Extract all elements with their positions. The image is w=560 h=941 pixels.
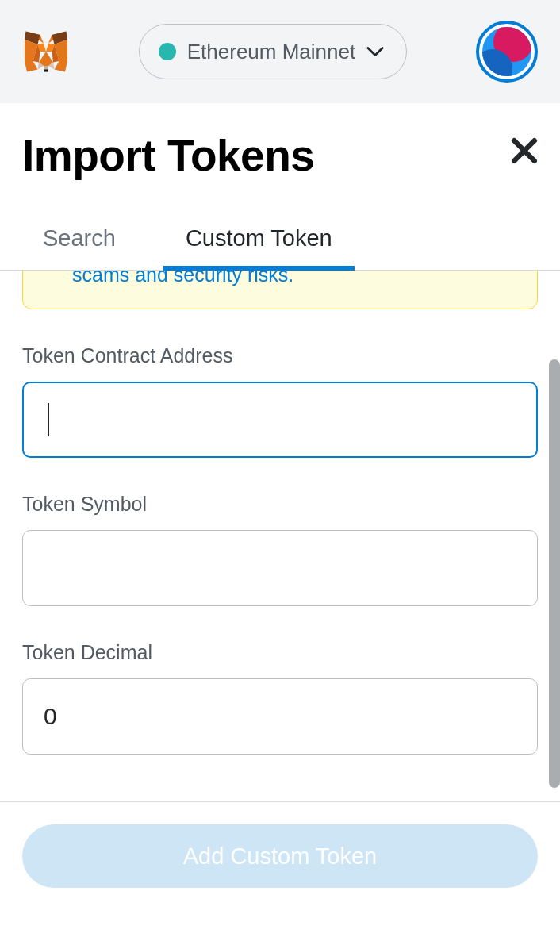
metamask-fox-logo — [22, 28, 70, 75]
network-label: Ethereum Mainnet — [187, 40, 355, 64]
svg-marker-2 — [55, 61, 68, 72]
network-status-dot-icon — [159, 43, 176, 60]
title-row: Import Tokens — [0, 103, 560, 181]
svg-marker-12 — [44, 70, 48, 72]
svg-marker-3 — [25, 61, 38, 72]
scrollbar-thumb[interactable] — [549, 359, 560, 788]
label-token-decimal: Token Decimal — [22, 641, 538, 664]
tab-search[interactable]: Search — [0, 225, 163, 270]
input-contract-address[interactable] — [22, 382, 538, 458]
app-header: Ethereum Mainnet — [0, 0, 560, 103]
footer: Add Custom Token — [0, 802, 560, 888]
network-selector[interactable]: Ethereum Mainnet — [139, 24, 407, 79]
add-custom-token-button[interactable]: Add Custom Token — [22, 824, 538, 888]
tab-custom-token[interactable]: Custom Token — [163, 225, 355, 271]
page-title: Import Tokens — [22, 130, 314, 181]
tabs: Search Custom Token — [0, 225, 560, 271]
close-icon — [511, 137, 538, 164]
svg-marker-10 — [39, 52, 53, 66]
label-token-symbol: Token Symbol — [22, 493, 538, 516]
input-token-symbol[interactable] — [22, 530, 538, 606]
form-scroll-area: fake versions of existing tokens. Learn … — [0, 271, 560, 802]
close-button[interactable] — [511, 130, 538, 170]
label-contract-address: Token Contract Address — [22, 344, 538, 367]
field-token-decimal: Token Decimal — [22, 641, 538, 755]
account-avatar[interactable] — [476, 21, 538, 83]
field-contract-address: Token Contract Address — [22, 344, 538, 458]
scams-security-link[interactable]: scams and security risks. — [72, 271, 293, 286]
text-cursor-icon — [48, 403, 49, 436]
warning-banner: fake versions of existing tokens. Learn … — [22, 271, 538, 309]
input-token-decimal[interactable] — [22, 678, 538, 755]
jazzicon-icon — [482, 27, 531, 76]
field-token-symbol: Token Symbol — [22, 493, 538, 606]
chevron-down-icon — [366, 46, 384, 57]
